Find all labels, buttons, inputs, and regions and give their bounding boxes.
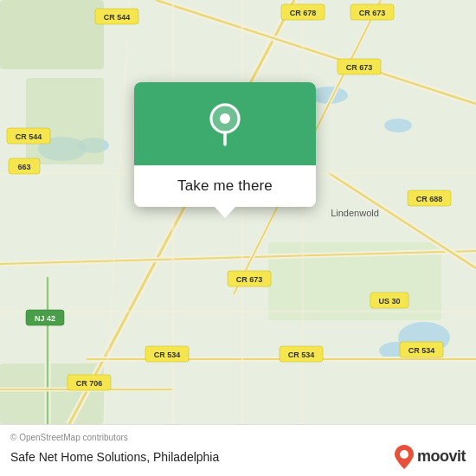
svg-text:CR 706: CR 706 xyxy=(76,379,103,388)
svg-text:663: 663 xyxy=(17,163,30,171)
svg-text:CR 534: CR 534 xyxy=(288,351,315,359)
svg-text:Lindenwold: Lindenwold xyxy=(331,208,379,218)
attribution-text: © OpenStreetMap contributors xyxy=(10,433,466,442)
popup-green-area xyxy=(134,82,316,165)
svg-text:CR 688: CR 688 xyxy=(416,195,443,203)
svg-text:CR 534: CR 534 xyxy=(154,351,181,359)
svg-text:CR 673: CR 673 xyxy=(236,275,263,284)
bottom-row: Safe Net Home Solutions, Philadelphia mo… xyxy=(10,445,466,469)
svg-text:CR 534: CR 534 xyxy=(408,346,435,355)
svg-text:CR 544: CR 544 xyxy=(104,13,131,22)
svg-rect-7 xyxy=(0,0,104,69)
moovit-logo: moovit xyxy=(395,445,466,469)
take-me-there-button[interactable]: Take me there xyxy=(177,177,273,195)
location-pin-icon xyxy=(206,101,244,150)
svg-text:NJ 42: NJ 42 xyxy=(35,314,55,323)
svg-text:CR 673: CR 673 xyxy=(346,63,373,72)
bottom-bar: © OpenStreetMap contributors Safe Net Ho… xyxy=(0,424,476,476)
map-svg: CR 544 CR 544 CR 678 CR 673 CR 673 673 6… xyxy=(0,0,476,424)
svg-point-4 xyxy=(384,119,412,132)
svg-text:US 30: US 30 xyxy=(378,297,400,306)
svg-text:CR 678: CR 678 xyxy=(290,9,317,17)
popup-card: Take me there xyxy=(134,82,316,207)
location-name: Safe Net Home Solutions, Philadelphia xyxy=(10,450,219,464)
svg-rect-8 xyxy=(26,78,104,164)
popup-arrow xyxy=(214,206,236,218)
svg-point-66 xyxy=(220,113,230,124)
moovit-text: moovit xyxy=(417,447,466,466)
svg-text:CR 673: CR 673 xyxy=(359,9,386,17)
map-container: CR 544 CR 544 CR 678 CR 673 CR 673 673 6… xyxy=(0,0,476,424)
svg-point-67 xyxy=(400,450,408,459)
moovit-pin-icon xyxy=(395,445,414,469)
popup-bottom: Take me there xyxy=(134,165,316,207)
svg-text:CR 544: CR 544 xyxy=(16,132,42,141)
